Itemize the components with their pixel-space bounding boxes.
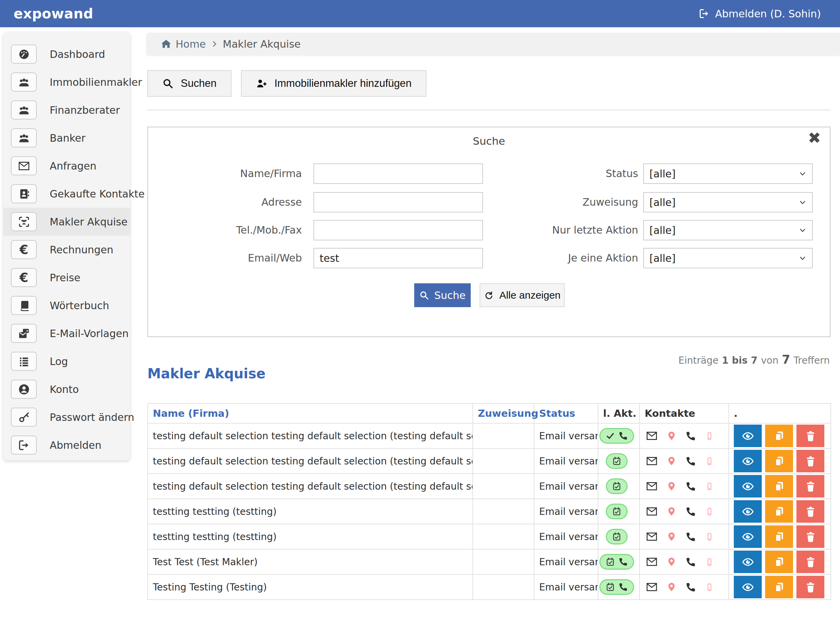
sidebar-item-banker[interactable]: Banker	[3, 124, 130, 152]
sidebar-item-finanzberater[interactable]: Finanzberater	[3, 96, 130, 124]
sidebar-item-e-mail-vorlagen[interactable]: E-Mail-Vorlagen	[3, 319, 130, 347]
sidebar-item-label: E-Mail-Vorlagen	[50, 328, 129, 339]
envelope-icon[interactable]	[646, 531, 657, 542]
adresse-input[interactable]	[314, 192, 483, 213]
cell-last-action	[598, 574, 640, 600]
chevron-down-icon	[798, 226, 807, 235]
search-toggle-button[interactable]: Suchen	[147, 70, 231, 97]
divider	[147, 110, 830, 110]
delete-button[interactable]	[796, 450, 824, 472]
sidebar-item-label: Rechnungen	[50, 244, 113, 256]
header-zuweisung[interactable]: Zuweisung	[473, 403, 534, 423]
copy-button[interactable]	[765, 450, 793, 472]
copy-button[interactable]	[765, 475, 793, 497]
phone-icon[interactable]	[685, 531, 696, 542]
sidebar-item-rechnungen[interactable]: € Rechnungen	[3, 236, 130, 264]
add-immobilienmakler-button[interactable]: Immobilienmakler hinzufügen	[241, 70, 426, 97]
envelope-icon	[646, 556, 657, 568]
sidebar-item-icon-box	[11, 407, 37, 427]
view-button[interactable]	[734, 450, 762, 472]
je-eine-aktion-select[interactable]: [alle]	[643, 248, 813, 268]
phone-icon[interactable]	[685, 557, 696, 567]
breadcrumb-home-link[interactable]: Home	[161, 38, 206, 50]
view-button[interactable]	[734, 425, 762, 447]
logout-link[interactable]: Abmelden (D. Sohin)	[699, 8, 821, 20]
sidebar-item-gekaufte-kontakte[interactable]: Gekaufte Kontakte	[3, 180, 130, 208]
phone-icon	[685, 456, 696, 466]
envelope-icon[interactable]	[646, 480, 657, 492]
copy-button[interactable]	[765, 551, 793, 573]
sidebar-item-preise[interactable]: € Preise	[3, 264, 130, 291]
phone-icon[interactable]	[685, 431, 696, 441]
email-web-input[interactable]	[314, 248, 483, 268]
sidebar-item-dashboard[interactable]: Dashboard	[3, 40, 130, 68]
copy-button[interactable]	[765, 525, 793, 548]
map-marker-icon[interactable]	[667, 481, 676, 491]
sidebar-item-abmelden[interactable]: Abmelden	[3, 431, 130, 459]
sidebar-item-makler-akquise[interactable]: Makler Akquise	[3, 208, 130, 236]
sidebar-item-label: Abmelden	[50, 439, 102, 451]
header-status[interactable]: Status	[534, 403, 598, 423]
delete-button[interactable]	[796, 576, 824, 598]
envelope-icon[interactable]	[646, 556, 657, 568]
close-icon[interactable]: ✖	[808, 130, 821, 146]
cell-kontakte	[640, 449, 729, 474]
phone-icon[interactable]	[685, 456, 696, 466]
copy-button[interactable]	[765, 425, 793, 447]
delete-button[interactable]	[796, 500, 824, 523]
show-all-button[interactable]: Alle anzeigen	[480, 283, 564, 307]
results-total: 7	[782, 353, 790, 366]
view-button[interactable]	[734, 475, 762, 497]
phone-icon[interactable]	[685, 582, 696, 592]
action-buttons	[734, 450, 830, 472]
status-select[interactable]: [alle]	[643, 164, 813, 184]
copy-button[interactable]	[765, 576, 793, 598]
form-row: Adresse Zuweisung [alle]	[148, 192, 830, 213]
delete-button[interactable]	[796, 475, 824, 497]
view-button[interactable]	[734, 576, 762, 598]
nur-letzte-aktion-select[interactable]: [alle]	[643, 220, 813, 241]
map-marker-icon[interactable]	[667, 532, 676, 542]
sidebar-item-immobilienmakler[interactable]: Immobilienmakler	[3, 68, 130, 96]
copy-button[interactable]	[765, 500, 793, 523]
contact-icons	[645, 506, 728, 517]
zuweisung-select[interactable]: [alle]	[643, 192, 813, 213]
map-marker-icon[interactable]	[667, 456, 676, 466]
header-name-firma[interactable]: Name (Firma)	[148, 403, 473, 423]
sidebar-item-log[interactable]: Log	[3, 347, 130, 375]
envelope-icon[interactable]	[646, 506, 657, 517]
eye-icon	[742, 530, 754, 543]
map-marker-icon[interactable]	[667, 507, 676, 516]
map-marker-icon[interactable]	[667, 431, 676, 441]
name-firma-input[interactable]	[314, 164, 483, 184]
delete-button[interactable]	[796, 551, 824, 573]
sidebar-item-konto[interactable]: Konto	[3, 375, 130, 403]
sidebar-item-woerterbuch[interactable]: Wörterbuch	[3, 291, 130, 319]
trash-icon	[804, 556, 817, 568]
view-button[interactable]	[734, 525, 762, 548]
cell-name: testing default selection testing defaul…	[148, 449, 473, 474]
user-plus-icon	[256, 78, 267, 89]
map-marker-icon[interactable]	[667, 582, 676, 592]
sidebar-item-passwort-aendern[interactable]: Passwort ändern	[3, 403, 130, 431]
phone-icon[interactable]	[685, 481, 696, 492]
view-button[interactable]	[734, 500, 762, 523]
header-kontakte: Kontakte	[640, 403, 729, 423]
delete-button[interactable]	[796, 425, 824, 447]
envelope-icon[interactable]	[646, 430, 657, 441]
view-button[interactable]	[734, 551, 762, 573]
search-submit-button[interactable]: Suche	[414, 283, 471, 307]
envelope-icon[interactable]	[646, 581, 657, 593]
map-marker-icon[interactable]	[667, 557, 676, 567]
tel-mob-fax-input[interactable]	[314, 220, 483, 241]
map-marker-icon	[667, 507, 676, 516]
phone-icon[interactable]	[685, 506, 696, 517]
table-row: Test Test (Test Makler) Email versant	[148, 549, 831, 574]
envelope-icon[interactable]	[646, 455, 657, 467]
delete-button[interactable]	[796, 525, 824, 548]
chevron-right-icon	[211, 40, 218, 48]
sign-out-icon	[699, 8, 710, 19]
sidebar-item-anfragen[interactable]: Anfragen	[3, 152, 130, 180]
last-action-pill	[599, 554, 634, 570]
trash-icon	[804, 455, 817, 468]
